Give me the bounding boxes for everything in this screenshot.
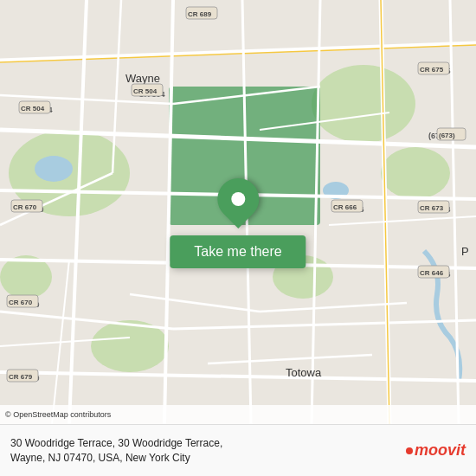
moovit-brand-name: moovit <box>415 441 466 460</box>
openstreetmap-copyright: © OpenStreetMap contributors <box>5 410 111 419</box>
address-block: 30 Woodridge Terrace, 30 Woodridge Terra… <box>10 436 406 466</box>
svg-text:CR 670: CR 670 <box>13 203 37 211</box>
svg-text:CR 679: CR 679 <box>9 373 33 381</box>
info-bar: 30 Woodridge Terrace, 30 Woodridge Terra… <box>0 424 476 476</box>
map-attribution: © OpenStreetMap contributors <box>0 405 476 424</box>
svg-text:CR 675: CR 675 <box>420 66 444 74</box>
take-me-there-container: Take me there <box>170 178 306 268</box>
moovit-dot-icon <box>406 447 413 454</box>
address-line1: 30 Woodridge Terrace, 30 Woodridge Terra… <box>10 437 222 449</box>
svg-text:CR 504: CR 504 <box>133 87 158 95</box>
svg-text:CR 646: CR 646 <box>420 269 444 277</box>
location-pin-icon <box>209 170 267 228</box>
svg-text:CR 673: CR 673 <box>420 204 444 212</box>
svg-text:CR 689: CR 689 <box>188 10 212 18</box>
svg-point-8 <box>35 156 73 182</box>
svg-text:(673): (673) <box>439 132 455 139</box>
moovit-logo: moovit <box>406 441 466 460</box>
svg-text:Wayne: Wayne <box>125 72 160 85</box>
map-container: CR 689 CR 504 CR 504 CR 670 CR 670 CR 66… <box>0 0 476 424</box>
svg-text:CR 504: CR 504 <box>21 105 45 113</box>
svg-text:P: P <box>461 245 469 258</box>
address-line2: Wayne, NJ 07470, USA, New York City <box>10 452 190 464</box>
take-me-there-button[interactable]: Take me there <box>170 235 306 268</box>
svg-text:CR 666: CR 666 <box>333 203 357 211</box>
svg-text:Totowa: Totowa <box>286 366 322 379</box>
svg-text:CR 670: CR 670 <box>9 299 33 306</box>
svg-point-3 <box>381 147 450 199</box>
svg-point-2 <box>312 65 415 143</box>
